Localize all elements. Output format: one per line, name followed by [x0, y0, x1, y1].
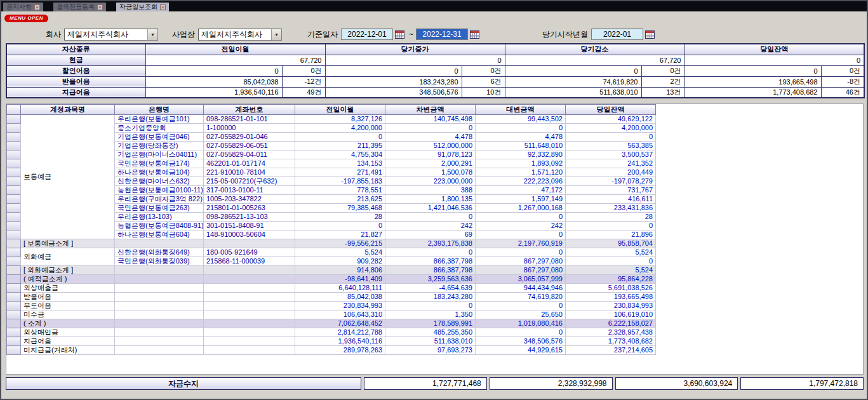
- debit-amount-cell: 1,421,046,536: [385, 204, 476, 213]
- tab-1[interactable]: 공지사항×: [3, 3, 43, 11]
- date-from-input[interactable]: 2022-12-01: [341, 29, 393, 40]
- bank-name-cell: [115, 337, 204, 346]
- row-selector[interactable]: [7, 337, 21, 346]
- row-selector[interactable]: [7, 177, 21, 186]
- row-selector[interactable]: [7, 213, 21, 222]
- table-row[interactable]: 받을어음85,042,038183,243,28074,619,820193,6…: [7, 293, 656, 302]
- row-selector[interactable]: [7, 142, 21, 150]
- summary-amount: 85,042,038: [145, 76, 282, 87]
- prev-balance-cell: 914,806: [295, 266, 385, 275]
- row-selector[interactable]: [7, 168, 21, 177]
- tab-3[interactable]: 자금일보조회×: [116, 3, 169, 11]
- tab-label: 결의전표등록: [57, 3, 95, 11]
- row-selector[interactable]: [7, 133, 21, 142]
- bank-name-cell: 국민은행(보통예금263): [115, 204, 204, 213]
- row-selector[interactable]: [7, 293, 21, 302]
- prev-balance-cell: 4,755,304: [295, 150, 385, 159]
- company-select[interactable]: 제일저지주식회사 ▼: [64, 29, 158, 41]
- chevron-down-icon[interactable]: ▼: [271, 29, 281, 40]
- row-selector[interactable]: [7, 328, 21, 337]
- daily-balance-cell: 95,864,228: [566, 275, 656, 284]
- summary-row-name: 현금: [6, 55, 145, 65]
- row-selector[interactable]: [7, 115, 21, 124]
- row-selector[interactable]: [7, 257, 21, 266]
- period-start-input[interactable]: 2022-01: [591, 29, 643, 40]
- credit-amount-cell: 1,597,149: [476, 195, 566, 204]
- row-selector[interactable]: [7, 310, 21, 319]
- prev-balance-cell: -98,641,409: [295, 275, 385, 284]
- company-label: 회사: [46, 29, 61, 40]
- daily-balance-cell: 4,200,000: [566, 124, 656, 133]
- table-row[interactable]: [ 외화예금소계 ]914,806866,387,798867,297,0805…: [7, 266, 656, 275]
- bank-name-cell: 하나은행(보통예금604): [115, 230, 204, 239]
- bank-name-cell: [115, 346, 204, 355]
- summary-header-3: 당기증가: [325, 44, 505, 55]
- credit-amount-cell: 1,267,000,168: [476, 204, 566, 213]
- daily-balance-cell: 106,619,010: [566, 310, 656, 319]
- row-selector[interactable]: [7, 204, 21, 213]
- summary-header-4: 당기감소: [505, 44, 684, 55]
- row-selector[interactable]: [7, 275, 21, 284]
- prev-balance-cell: 0: [295, 133, 385, 142]
- bank-name-cell: 농협은행(보통예금0100-11): [115, 186, 204, 195]
- daily-balance-cell: 233,431,836: [566, 204, 656, 213]
- summary-count: -12건: [282, 76, 325, 87]
- row-selector[interactable]: [7, 159, 21, 168]
- tab-close-icon[interactable]: ×: [160, 4, 166, 10]
- calendar-icon[interactable]: [645, 30, 655, 39]
- row-selector[interactable]: [7, 230, 21, 239]
- row-selector[interactable]: [7, 302, 21, 310]
- row-selector[interactable]: [7, 284, 21, 293]
- calendar-icon[interactable]: [470, 30, 479, 39]
- daily-balance-cell: 563,385: [566, 142, 656, 150]
- detail-header-3: 계좌번호: [204, 105, 295, 115]
- footer-values: 1,727,771,4682,328,932,9983,690,603,9241…: [364, 377, 864, 390]
- date-to-input[interactable]: 2022-12-31: [416, 29, 468, 40]
- tab-2[interactable]: 결의전표등록×: [53, 3, 106, 11]
- row-selector[interactable]: [7, 319, 21, 328]
- tab-close-icon[interactable]: ×: [34, 4, 40, 10]
- row-selector[interactable]: [7, 266, 21, 275]
- chevron-down-icon[interactable]: ▼: [147, 29, 157, 40]
- site-select[interactable]: 제일저지주식회사 ▼: [198, 29, 282, 41]
- row-selector[interactable]: [7, 239, 21, 248]
- row-selector[interactable]: [7, 186, 21, 195]
- account-name-cell: 외화예금: [21, 248, 115, 266]
- menu-open-button[interactable]: MENU OPEN: [4, 15, 48, 22]
- row-selector[interactable]: [7, 222, 21, 230]
- tab-close-icon[interactable]: ×: [97, 4, 103, 10]
- table-row[interactable]: ( 예적금소계 )-98,641,4093,259,563,6363,065,0…: [7, 275, 656, 284]
- row-selector[interactable]: [7, 248, 21, 257]
- table-row[interactable]: 외화예금신한은행(외화통장649)180-005-9216495,524005,…: [7, 248, 656, 257]
- account-number-cell: 215-05-007210(구632): [204, 177, 295, 186]
- summary-amount: 0: [145, 65, 282, 76]
- account-name-cell: [ 보통예금소계 ]: [21, 239, 115, 248]
- row-selector[interactable]: [7, 195, 21, 204]
- table-row[interactable]: 미수금106,643,3101,35025,650106,619,010: [7, 310, 656, 319]
- row-selector[interactable]: [7, 124, 21, 133]
- account-name-cell: 받을어음: [21, 293, 115, 302]
- calendar-icon[interactable]: [395, 30, 404, 39]
- row-selector[interactable]: [7, 150, 21, 159]
- table-row[interactable]: 보통예금우리은행(보통예금101)098-286521-01-1018,327,…: [7, 115, 656, 124]
- account-name-cell: 부도어음: [21, 302, 115, 310]
- table-row[interactable]: [ 보통예금소계 ]-99,556,2152,393,175,8382,197,…: [7, 239, 656, 248]
- debit-amount-cell: 1,350: [385, 310, 476, 319]
- debit-amount-cell: 223,000,000: [385, 177, 476, 186]
- prev-balance-cell: 79,385,468: [295, 204, 385, 213]
- table-row[interactable]: 미지급금(거래처)289,978,26397,693,27344,929,615…: [7, 346, 656, 355]
- row-selector[interactable]: [7, 346, 21, 355]
- table-row[interactable]: ( 소계 )7,062,648,452178,589,9911,019,080,…: [7, 319, 656, 328]
- table-row[interactable]: 외상매출금6,640,128,111-4,654,639944,434,9465…: [7, 284, 656, 293]
- prev-balance-cell: -197,855,183: [295, 177, 385, 186]
- account-number-cell: 148-910003-50604: [204, 230, 295, 239]
- table-row[interactable]: 부도어음230,834,99300230,834,993: [7, 302, 656, 310]
- daily-balance-cell: 49,629,122: [566, 115, 656, 124]
- summary-count: 0건: [821, 65, 864, 76]
- table-row[interactable]: 지급어음1,936,540,116511,638,010348,506,5761…: [7, 337, 656, 346]
- table-row[interactable]: 외상매입금2,814,212,788485,255,35002,328,957,…: [7, 328, 656, 337]
- account-number-cell: [204, 293, 295, 302]
- account-number-cell: 098-286521-13-103: [204, 213, 295, 222]
- credit-amount-cell: 0: [476, 302, 566, 310]
- credit-amount-cell: 1,893,092: [476, 159, 566, 168]
